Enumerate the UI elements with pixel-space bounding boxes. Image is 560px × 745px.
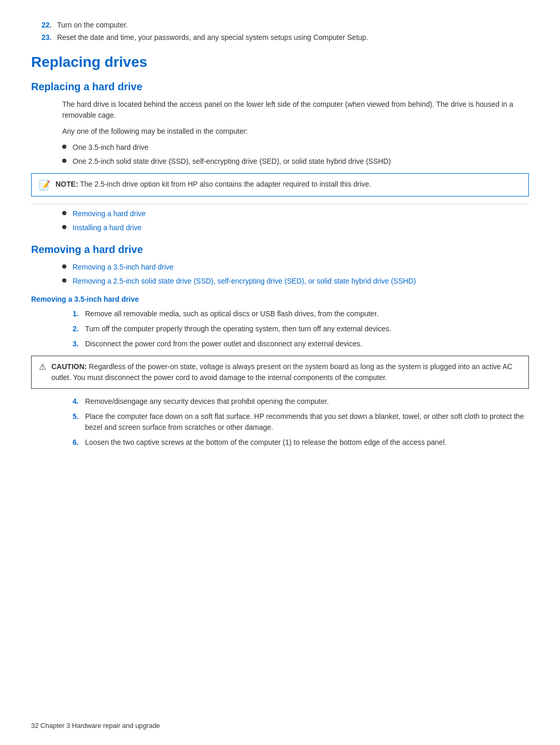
step-3-num: 3. [73,339,85,349]
removing-hard-drive-links-list: Removing a 3.5-inch hard drive Removing … [31,262,529,287]
replacing-drives-title: Replacing drives [31,54,529,71]
step-6-num: 6. [73,437,85,448]
replacing-hard-drive-links-list: Removing a hard drive Installing a hard … [31,208,529,233]
intro-item-22-num: 22. [41,21,57,29]
step-5-text: Place the computer face down on a soft f… [85,411,529,433]
link-item-35: Removing a 3.5-inch hard drive [62,262,529,273]
bullet-dot-link-1 [62,211,66,215]
step-1-text: Remove all removable media, such as opti… [85,308,529,319]
step-3: 3. Disconnect the power cord from the po… [73,339,529,349]
step-5: 5. Place the computer face down on a sof… [73,411,529,433]
removing-35-steps-container-2: 4. Remove/disengage any security devices… [31,396,529,448]
intro-list-item-22: 22. Turn on the computer. [31,21,529,29]
intro-item-23-num: 23. [41,33,57,41]
removing-35-inch-title: Removing a 3.5-inch hard drive [31,295,529,303]
replacing-hard-drive-title: Replacing a hard drive [31,81,529,93]
step-2-text: Turn off the computer properly through t… [85,324,529,334]
step-1: 1. Remove all removable media, such as o… [73,308,529,319]
replacing-hard-drive-body-2: Any one of the following may be installe… [31,126,529,137]
bullet-item-2: One 2.5-inch solid state drive (SSD), se… [62,156,529,167]
removing-35-steps-container: 1. Remove all removable media, such as o… [31,308,529,349]
caution-label: CAUTION: [51,362,87,371]
intro-list-item-23: 23. Reset the date and time, your passwo… [31,33,529,41]
caution-box: ⚠ CAUTION: Regardless of the power-on st… [31,356,529,389]
step-4-num: 4. [73,396,85,407]
bullet-text-2: One 2.5-inch solid state drive (SSD), se… [73,156,391,167]
intro-numbered-list: 22. Turn on the computer. 23. Reset the … [31,21,529,41]
bullet-text-1: One 3.5-inch hard drive [73,142,148,153]
link-item-25: Removing a 2.5-inch solid state drive (S… [62,276,529,287]
step-2-num: 2. [73,324,85,334]
note-icon: 📝 [39,179,50,191]
caution-text: Regardless of the power-on state, voltag… [51,362,512,382]
replacing-hard-drive-bullet-list: One 3.5-inch hard drive One 2.5-inch sol… [31,142,529,167]
step-2: 2. Turn off the computer properly throug… [73,324,529,334]
step-4: 4. Remove/disengage any security devices… [73,396,529,407]
link-item-removing: Removing a hard drive [62,208,529,219]
intro-item-23-text: Reset the date and time, your passwords,… [57,33,529,41]
removing-hard-drive-title: Removing a hard drive [31,244,529,256]
installing-hard-drive-link[interactable]: Installing a hard drive [73,222,142,233]
step-1-num: 1. [73,308,85,319]
removing-hard-drive-link[interactable]: Removing a hard drive [73,208,146,219]
bullet-item-1: One 3.5-inch hard drive [62,142,529,153]
page-footer: 32 Chapter 3 Hardware repair and upgrade [31,722,160,729]
caution-icon: ⚠ [39,362,46,372]
note-label: NOTE: [55,180,78,188]
bullet-dot-1 [62,145,66,149]
step-3-text: Disconnect the power cord from the power… [85,339,529,349]
note-box: 📝 NOTE: The 2.5-inch drive option kit fr… [31,173,529,196]
intro-item-22-text: Turn on the computer. [57,21,529,29]
step-4-text: Remove/disengage any security devices th… [85,396,529,407]
step-6: 6. Loosen the two captive screws at the … [73,437,529,448]
note-content: NOTE: The 2.5-inch drive option kit from… [55,179,371,190]
removing-25-link[interactable]: Removing a 2.5-inch solid state drive (S… [73,276,416,287]
removing-35-link[interactable]: Removing a 3.5-inch hard drive [73,262,174,273]
note-text: The 2.5-inch drive option kit from HP al… [80,180,371,188]
step-6-text: Loosen the two captive screws at the bot… [85,437,529,448]
note-rule [31,204,529,204]
replacing-hard-drive-body-1: The hard drive is located behind the acc… [31,99,529,121]
bullet-dot-35 [62,264,66,269]
step-5-num: 5. [73,411,85,433]
link-item-installing: Installing a hard drive [62,222,529,233]
bullet-dot-link-2 [62,225,66,229]
bullet-dot-2 [62,159,66,163]
removing-35-steps-part2: 4. Remove/disengage any security devices… [73,396,529,448]
removing-35-steps-part1: 1. Remove all removable media, such as o… [73,308,529,349]
caution-content: CAUTION: Regardless of the power-on stat… [51,361,521,383]
footer-text: 32 Chapter 3 Hardware repair and upgrade [31,722,160,729]
bullet-dot-25 [62,278,66,283]
